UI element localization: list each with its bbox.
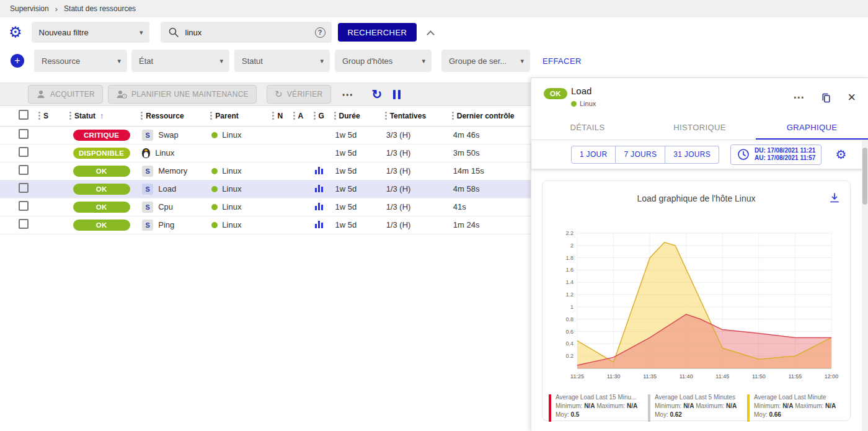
collapse-filters-icon[interactable] xyxy=(427,30,435,38)
row-checkbox[interactable] xyxy=(19,129,29,139)
graph-settings-gear-icon[interactable]: ⚙ xyxy=(835,148,846,161)
drag-handle-icon[interactable] xyxy=(38,112,40,120)
service-type-chip: S xyxy=(142,130,153,141)
period-button-7-jours[interactable]: 7 JOURS xyxy=(616,146,665,164)
resource-name[interactable]: Swap xyxy=(158,130,179,140)
table-row[interactable]: CRITIQUESSwapLinux1w 5d3/3 (H)4m 46s xyxy=(0,126,531,144)
search-input[interactable] xyxy=(185,28,315,37)
column-header-s[interactable]: S xyxy=(35,106,66,126)
drag-handle-icon[interactable] xyxy=(210,112,212,120)
column-header-statut[interactable]: Statut↑ xyxy=(66,106,137,126)
row-checkbox[interactable] xyxy=(19,147,29,157)
filter-criteria-statut[interactable]: Statut▾ xyxy=(234,50,330,72)
maintenance-button[interactable]: PLANIFIER UNE MAINTENANCE xyxy=(108,85,257,104)
drag-handle-icon[interactable] xyxy=(452,112,454,120)
period-button-1-jour[interactable]: 1 JOUR xyxy=(571,146,616,164)
resource-name[interactable]: Memory xyxy=(158,166,187,176)
scrollbar-thumb[interactable] xyxy=(862,148,867,205)
svg-text:11:40: 11:40 xyxy=(680,373,693,380)
help-icon[interactable]: ? xyxy=(315,27,326,38)
resource-name[interactable]: Load xyxy=(158,184,176,193)
drag-handle-icon[interactable] xyxy=(385,112,387,120)
sort-asc-icon[interactable]: ↑ xyxy=(100,111,104,120)
more-actions-icon[interactable]: ⋯ xyxy=(339,86,357,103)
criteria-label: État xyxy=(139,56,153,66)
drag-handle-icon[interactable] xyxy=(141,112,143,120)
graph-icon[interactable] xyxy=(315,184,324,192)
column-header-tentatives[interactable]: Tentatives xyxy=(381,106,448,126)
resource-name[interactable]: Linux xyxy=(155,148,174,158)
graph-icon[interactable] xyxy=(315,202,324,210)
load-chart: 11:2511:3011:3511:4011:4511:5011:5512:00… xyxy=(551,224,843,391)
table-row[interactable]: OKSCpuLinux1w 5d1/3 (H)41s xyxy=(0,198,531,216)
duration-cell: 1w 5d xyxy=(330,216,381,234)
filter-criteria-groupe-de-ser[interactable]: Groupe de ser...▾ xyxy=(441,50,530,72)
column-header-dur-e[interactable]: Durée xyxy=(330,106,381,126)
row-checkbox[interactable] xyxy=(19,183,29,193)
panel-more-icon[interactable]: ⋯ xyxy=(793,91,804,104)
drag-handle-icon[interactable] xyxy=(314,112,316,120)
acknowledge-button[interactable]: ACQUITTER xyxy=(28,85,103,104)
drag-handle-icon[interactable] xyxy=(334,112,336,120)
parent-name[interactable]: Linux xyxy=(222,166,241,176)
drag-handle-icon[interactable] xyxy=(69,112,71,120)
search-box[interactable]: ? xyxy=(161,22,332,43)
column-header-g[interactable]: G xyxy=(310,106,330,126)
tab-d-tails[interactable]: DÉTAILS xyxy=(531,117,644,140)
column-label: G xyxy=(319,112,324,120)
panel-host: Linux xyxy=(571,100,596,107)
close-icon[interactable]: × xyxy=(848,91,856,104)
resource-name[interactable]: Cpu xyxy=(158,202,173,211)
pause-icon[interactable] xyxy=(393,90,401,99)
saved-filter-select[interactable]: Nouveau filtre ▾ xyxy=(32,22,149,43)
host-status-dot xyxy=(571,101,577,107)
resource-name[interactable]: Ping xyxy=(158,220,174,229)
search-button[interactable]: RECHERCHER xyxy=(338,23,417,42)
legend-color-bar xyxy=(747,394,750,422)
column-header-a[interactable]: A xyxy=(290,106,310,126)
tab-historique[interactable]: HISTORIQUE xyxy=(644,117,756,140)
graph-icon[interactable] xyxy=(315,166,324,174)
download-icon[interactable] xyxy=(829,192,840,203)
add-criteria-icon[interactable]: + xyxy=(11,54,24,68)
table-row[interactable]: OKSPingLinux1w 5d1/3 (H)1m 24s xyxy=(0,216,531,234)
graph-icon[interactable] xyxy=(315,220,324,228)
row-checkbox[interactable] xyxy=(19,219,29,229)
table-row[interactable]: OKSMemoryLinux1w 5d1/3 (H)14m 15s xyxy=(0,162,531,180)
filter-settings-gear-icon[interactable]: ⚙ xyxy=(9,25,22,40)
period-button-31-jours[interactable]: 31 JOURS xyxy=(665,146,719,164)
copy-link-icon[interactable] xyxy=(820,92,831,103)
column-header-n[interactable]: N xyxy=(268,106,289,126)
refresh-list-icon[interactable]: ↻ xyxy=(372,87,383,102)
clear-filters-button[interactable]: EFFACER xyxy=(542,56,582,66)
panel-scrollbar[interactable] xyxy=(862,140,868,431)
service-type-chip: S xyxy=(142,184,153,195)
column-header-parent[interactable]: Parent xyxy=(206,106,268,126)
table-row[interactable]: DISPONIBLELinux1w 5d1/3 (H)3m 50s xyxy=(0,144,531,162)
maintenance-icon xyxy=(116,89,127,99)
drag-handle-icon[interactable] xyxy=(293,112,295,120)
row-checkbox[interactable] xyxy=(19,165,29,175)
check-button[interactable]: ↻ VÉRIFIER xyxy=(267,85,331,104)
column-header-ressource[interactable]: Ressource xyxy=(137,106,206,126)
filter-criteria-ressource[interactable]: Ressource▾ xyxy=(34,50,127,72)
filter-criteria-tat[interactable]: État▾ xyxy=(131,50,229,72)
breadcrumb-item-supervision[interactable]: Supervision xyxy=(10,4,49,13)
last-check-cell: 4m 58s xyxy=(448,180,531,198)
filter-criteria-group-d-h-tes[interactable]: Group d'hôtes▾ xyxy=(335,50,432,72)
parent-name[interactable]: Linux xyxy=(222,202,241,211)
parent-name[interactable]: Linux xyxy=(222,184,241,193)
tab-graphique[interactable]: GRAPHIQUE xyxy=(756,117,868,140)
row-checkbox[interactable] xyxy=(19,201,29,211)
parent-name[interactable]: Linux xyxy=(222,220,241,229)
select-all-checkbox[interactable] xyxy=(19,110,29,120)
parent-name[interactable]: Linux xyxy=(222,130,241,140)
legend-minmax: Minimum: N/A Maximum: N/A xyxy=(655,402,737,411)
table-row[interactable]: OKSLoadLinux1w 5d1/3 (H)4m 58s xyxy=(0,180,531,198)
drag-handle-icon[interactable] xyxy=(272,112,274,120)
date-range-picker[interactable]: DU: 17/08/2021 11:21 AU: 17/08/2021 11:5… xyxy=(730,144,822,165)
legend-max-value: N/A xyxy=(627,402,637,409)
column-header-dernier-contr-le[interactable]: Dernier contrôle xyxy=(448,106,531,126)
legend-min-value: N/A xyxy=(782,402,793,409)
breadcrumb-item-resource-status[interactable]: Statut des ressources xyxy=(64,4,136,13)
